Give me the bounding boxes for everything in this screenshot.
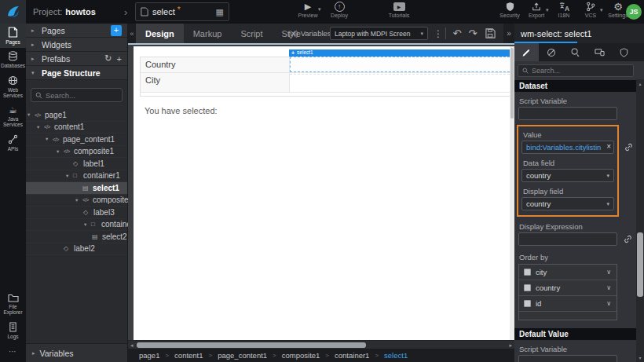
preview-button[interactable]: ▶ Preview ▾	[292, 2, 324, 18]
tree-item-content1[interactable]: ▾ </> content1	[26, 122, 127, 134]
dataset-section-header[interactable]: Dataset	[514, 80, 636, 92]
tab-security[interactable]	[612, 43, 636, 61]
add-prefab-button[interactable]: +	[117, 54, 122, 64]
value-label: Value	[523, 130, 616, 139]
tree-item-label3[interactable]: ◇ label3	[26, 207, 127, 219]
checkbox[interactable]	[524, 284, 531, 291]
section-header-widgets[interactable]: ▸ Widgets	[26, 38, 127, 52]
breadcrumb-select1-current[interactable]: select1	[384, 351, 408, 360]
chevron-down-icon[interactable]: ▾	[57, 148, 64, 155]
breadcrumb-page_content1[interactable]: page_content1	[218, 351, 267, 360]
section-header-prefabs[interactable]: ▸ Prefabs ↻ +	[26, 52, 127, 66]
tree-item-composite1[interactable]: ▾ </> composite1	[26, 146, 127, 159]
tutorials-button[interactable]: ▶ Tutorials	[382, 2, 416, 18]
tree-item-label1[interactable]: ◇ label1	[26, 158, 127, 170]
undo-button[interactable]: ↶	[450, 24, 464, 43]
scrollbar-thumb[interactable]	[137, 342, 366, 348]
chevron-down-icon[interactable]: ▾	[66, 173, 73, 179]
tree-item-composite2[interactable]: ▾ </> composite2	[26, 195, 127, 207]
properties-search	[518, 64, 634, 77]
inspector-scrollbar[interactable]: ▴ ▾	[636, 79, 644, 362]
security-button[interactable]: Security	[496, 2, 523, 18]
rail-more-icon[interactable]: ⋯	[0, 342, 26, 362]
breadcrumb-content1[interactable]: content1	[174, 351, 203, 360]
more-options-kebab[interactable]: ⋮	[433, 24, 444, 43]
scrollbar-thumb[interactable]	[637, 232, 643, 297]
display-field-select[interactable]: country ▾	[521, 197, 614, 210]
tab-design[interactable]: Design	[136, 24, 184, 43]
chevron-down-icon[interactable]: ▾	[27, 112, 35, 118]
chevron-down-icon[interactable]: ∨	[606, 284, 611, 291]
wavemaker-logo[interactable]	[0, 0, 26, 24]
rail-item-pages[interactable]: Pages	[0, 24, 26, 48]
chevron-down-icon[interactable]: ▾	[75, 197, 82, 203]
save-button[interactable]	[483, 24, 497, 43]
bind-link-icon[interactable]	[624, 235, 632, 243]
scrollbar-thumb[interactable]	[510, 48, 514, 119]
top-bar: Project: howtos › select * ▦ ▶ Preview ▾…	[0, 0, 644, 24]
variables-section[interactable]: ▸ Variables	[26, 343, 127, 362]
data-field-select[interactable]: country ▾	[521, 169, 614, 182]
tab-devices[interactable]	[587, 43, 612, 61]
checkbox[interactable]	[524, 300, 531, 307]
selected-widget-tag[interactable]: + select1	[289, 49, 514, 57]
section-header-page-structure[interactable]: ▾ Page Structure	[26, 66, 127, 80]
breadcrumb-page1[interactable]: page1	[139, 351, 159, 360]
open-page-tab[interactable]: select * ▦	[135, 2, 229, 21]
script-variable-input[interactable]	[518, 107, 617, 120]
chevron-down-icon[interactable]: ∨	[606, 269, 611, 276]
page-switcher-icon[interactable]: ▦	[216, 7, 224, 17]
tree-item-page1[interactable]: ▾ </> page1	[26, 109, 127, 122]
rail-item-databases[interactable]: Databases	[0, 48, 26, 71]
structure-search-input[interactable]	[46, 91, 118, 100]
tab-events[interactable]	[563, 43, 587, 61]
tab-script[interactable]: Script	[231, 24, 272, 43]
default-script-variable-input[interactable]	[518, 355, 617, 362]
rail-item-apis[interactable]: APIs	[0, 131, 26, 155]
rail-item-web-services[interactable]: Web Services	[0, 72, 26, 102]
rail-item-java-services[interactable]: ☕ Java Services	[0, 102, 26, 131]
i18n-button[interactable]: A I18N	[551, 2, 576, 18]
add-page-button[interactable]: +	[111, 25, 122, 36]
device-selector[interactable]: Laptop with MDPI Screen ▾	[330, 27, 428, 40]
collapse-sidebar-button[interactable]: «	[128, 24, 136, 43]
deploy-button[interactable]: ↑ Deploy	[325, 2, 353, 18]
chevron-down-icon[interactable]: ▾	[37, 124, 44, 130]
redo-button[interactable]: ↷	[466, 24, 480, 43]
breadcrumb-container1[interactable]: container1	[335, 351, 369, 360]
breadcrumb-composite1[interactable]: composite1	[282, 351, 320, 360]
checkbox[interactable]	[524, 269, 531, 276]
tab-properties[interactable]	[514, 43, 539, 61]
tree-item-select1-selected[interactable]: ▤ select1	[26, 182, 127, 195]
tree-item-container2[interactable]: ▾ □ container2	[26, 219, 127, 232]
default-value-section-header[interactable]: Default Value	[514, 328, 636, 340]
tree-item-container1[interactable]: ▾ □ container1	[26, 170, 127, 183]
expand-panel-button[interactable]: »	[503, 24, 514, 43]
rail-item-file-explorer[interactable]: File Explorer	[0, 291, 26, 319]
select1-widget[interactable]	[290, 57, 514, 72]
tab-markup[interactable]: Markup	[184, 24, 232, 43]
user-avatar[interactable]: JS	[626, 4, 642, 20]
bind-link-icon[interactable]	[624, 143, 633, 152]
scroll-down-icon[interactable]: ▾	[636, 355, 644, 360]
tab-styles[interactable]	[539, 43, 563, 61]
vcs-button[interactable]: VCS ▾	[578, 2, 603, 18]
chevron-down-icon[interactable]: ∨	[606, 300, 611, 307]
display-expression-input[interactable]	[518, 232, 617, 246]
select2-widget[interactable]	[290, 74, 514, 90]
canvas-horizontal-scrollbar[interactable]: ◂ ▸	[128, 340, 514, 349]
tree-item-page_content1[interactable]: ▾ </> page_content1	[26, 133, 127, 146]
refresh-icon[interactable]: ↻	[104, 53, 112, 64]
export-button[interactable]: Export ▾	[523, 2, 550, 18]
value-binding-input[interactable]	[521, 141, 614, 154]
chevron-down-icon[interactable]: ▾	[46, 136, 53, 142]
section-header-pages[interactable]: ▸ Pages +	[26, 24, 127, 38]
rail-item-logs[interactable]: Logs	[0, 319, 26, 342]
properties-search-input[interactable]	[532, 67, 629, 75]
chevron-down-icon[interactable]: ▾	[84, 221, 91, 228]
clear-binding-icon[interactable]: ×	[606, 142, 611, 151]
variables-button[interactable]: (X) Variables ▾	[288, 24, 336, 43]
tree-item-label2[interactable]: ◇ label2	[26, 243, 127, 256]
scroll-up-icon[interactable]: ▴	[636, 81, 644, 86]
tree-item-select2[interactable]: ▤ select2	[26, 231, 127, 243]
